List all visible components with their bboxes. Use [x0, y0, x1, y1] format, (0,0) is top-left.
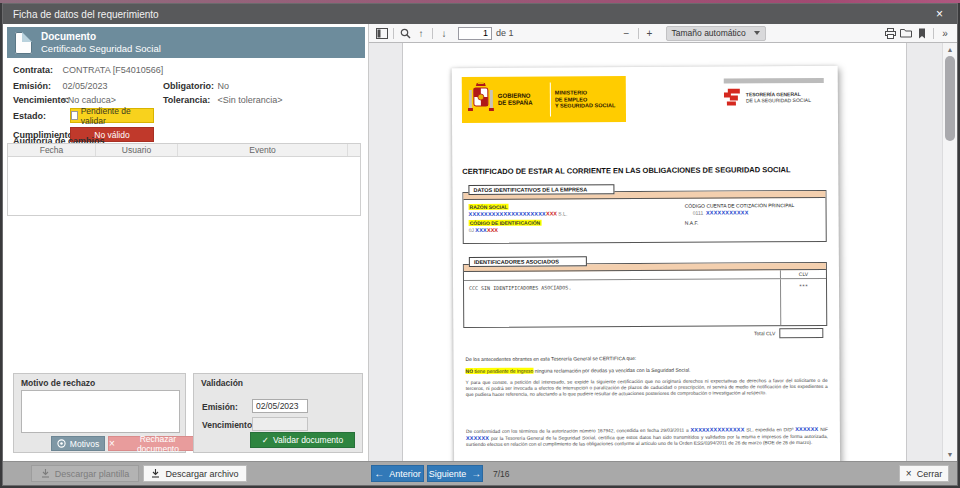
scrollbar-down-arrow[interactable]: ▼: [943, 449, 957, 460]
audit-col-usuario: Usuario: [96, 144, 178, 156]
x-icon: ×: [109, 439, 115, 449]
audit-col-evento: Evento: [178, 144, 348, 156]
pending-doc-icon: [71, 111, 78, 120]
close-icon[interactable]: ×: [932, 7, 947, 21]
target-icon: [57, 439, 66, 448]
download-icon: [151, 469, 160, 478]
print-icon[interactable]: [882, 26, 898, 41]
cerrar-button[interactable]: × Cerrar: [899, 465, 949, 482]
document-icon: [15, 32, 32, 54]
audit-col-scroll-gutter: [348, 144, 360, 156]
bookmark-icon[interactable]: [914, 26, 930, 41]
cert-paragraph-authorization: De conformidad con los términos de la au…: [466, 426, 828, 449]
total-clv-row: Total CLV: [463, 328, 827, 340]
footer-bar: Descargar plantilla Descargar archivo ← …: [3, 461, 957, 485]
clv-column-label: CLV: [780, 270, 826, 278]
razon-social-label: RAZÓN SOCIAL: [469, 204, 509, 210]
document-type: Documento: [41, 30, 161, 43]
scrollbar-thumb[interactable]: [945, 56, 955, 141]
contrata-value: CONTRATA [F54010566]: [63, 65, 164, 75]
pdf-viewer: ↑ ↓ de 1 − + Tamaño automático »: [369, 24, 957, 461]
cert-paragraph-intro: De los antecedentes obrantes en esta Tes…: [465, 354, 827, 363]
pdf-page: GOBIERNO DE ESPAÑA MINISTERIO DE EMPLEO …: [402, 43, 907, 461]
audit-table-header: Fecha Usuario Evento: [8, 144, 360, 157]
naf-label: N.A.F.: [685, 219, 822, 226]
field-emision: Emisión: 02/05/2023 Obligatorio: No: [13, 81, 360, 91]
field-tolerancia: Tolerancia: <Sin tolerancia>: [163, 95, 283, 105]
codigo-identificacion-label: CÓDIGO DE IDENTIFICACIÓN: [469, 220, 542, 226]
toolbar-separator: [933, 28, 934, 39]
tolerancia-value: <Sin tolerancia>: [218, 95, 283, 105]
certificate-scan: GOBIERNO DE ESPAÑA MINISTERIO DE EMPLEO …: [452, 66, 841, 461]
audit-col-fecha: Fecha: [8, 144, 96, 156]
table1-left-cell: RAZÓN SOCIAL XXXXXXXXXXXXXXXXXXXXXXX S.L…: [463, 199, 680, 238]
total-clv-box: [779, 328, 823, 338]
pdf-toolbar: ↑ ↓ de 1 − + Tamaño automático »: [369, 24, 957, 43]
empresa-table: RAZÓN SOCIAL XXXXXXXXXXXXXXXXXXXXXXX S.L…: [462, 190, 826, 244]
field-estado: Estado: Pendiente de validar: [13, 111, 360, 121]
validation-vencimiento-input: [252, 417, 308, 431]
table1-header-box: DATOS IDENTIFICATIVOS DE LA EMPRESA: [468, 184, 614, 195]
validation-group: Validación Emisión: Vencimiento: ✓ Valid…: [193, 373, 363, 453]
ccc-label: CÓDIGO CUENTA DE COTIZACIÓN PRINCIPAL: [685, 202, 822, 209]
vertical-scrollbar[interactable]: ▲ ▼: [942, 43, 957, 461]
ministerio-text: MINISTERIO DE EMPLEO Y SEGURIDAD SOCIAL: [555, 89, 616, 109]
field-vencimiento: Vencimiento: <No caduca> Tolerancia: <Si…: [13, 95, 360, 105]
page-down-icon[interactable]: ↓: [436, 26, 452, 41]
clv-value: ***: [780, 279, 826, 325]
gobierno-logo-block: GOBIERNO DE ESPAÑA MINISTERIO DE EMPLEO …: [462, 76, 626, 123]
rejection-group-title: Motivo de rechazo: [21, 378, 95, 388]
sidebar-toggle-icon[interactable]: [374, 26, 390, 41]
descargar-plantilla-button: Descargar plantilla: [31, 465, 139, 482]
search-icon[interactable]: [397, 26, 413, 41]
audit-table: Fecha Usuario Evento: [7, 143, 361, 216]
pdf-viewer-body: GOBIERNO DE ESPAÑA MINISTERIO DE EMPLEO …: [369, 43, 957, 461]
identificadores-table: CLV CCC SIN IDENTIFICADORES ASOCIADOS. *…: [463, 262, 827, 328]
cert-paragraph-legal: Y para que conste, a petición del intere…: [466, 378, 828, 399]
validation-emision-row: Emisión:: [202, 402, 238, 412]
total-clv-label: Total CLV: [754, 330, 775, 336]
field-contrata: Contrata: CONTRATA [F54010566]: [13, 65, 360, 75]
toolbar-separator: [638, 28, 639, 39]
validar-documento-button[interactable]: ✓ Validar documento: [250, 432, 355, 448]
tesoreria-logo-icon: [724, 88, 742, 106]
page-up-icon[interactable]: ↑: [413, 26, 429, 41]
arrow-left-icon: ←: [374, 469, 384, 479]
toolbar-separator: [432, 28, 433, 39]
spain-coat-of-arms-icon: [468, 82, 494, 118]
zoom-in-icon[interactable]: +: [642, 26, 658, 41]
gobierno-text: GOBIERNO DE ESPAÑA: [498, 93, 546, 107]
validation-emision-input[interactable]: [252, 399, 308, 413]
field-obligatorio: Obligatorio: No: [163, 81, 229, 91]
page-number-input[interactable]: [458, 27, 492, 40]
validation-group-title: Validación: [201, 378, 243, 388]
more-tools-icon[interactable]: »: [937, 26, 953, 41]
tesoreria-gray-bar: [724, 78, 824, 84]
certificate-title: CERTIFICADO DE ESTAR AL CORRIENTE EN LAS…: [462, 165, 790, 176]
descargar-archivo-button[interactable]: Descargar archivo: [143, 465, 247, 482]
rechazar-documento-button[interactable]: × Rechazar documento: [108, 436, 198, 451]
vencimiento-value: <No caduca>: [63, 95, 117, 105]
zoom-out-icon[interactable]: −: [619, 26, 635, 41]
requirement-dialog: Ficha de datos del requerimiento × Docum…: [2, 3, 958, 486]
rejection-reason-textarea[interactable]: [21, 390, 180, 433]
open-file-icon[interactable]: [898, 26, 914, 41]
siguiente-button[interactable]: Siguiente →: [427, 465, 483, 482]
obligatorio-value: No: [218, 81, 230, 91]
emision-value: 02/05/2023: [63, 81, 108, 91]
check-icon: ✓: [262, 435, 269, 445]
document-details-panel: Documento Certificado Seguridad Social C…: [3, 24, 369, 461]
anterior-button[interactable]: ← Anterior: [371, 465, 424, 482]
zoom-level-select[interactable]: Tamaño automático: [666, 26, 766, 41]
document-name: Certificado Seguridad Social: [41, 43, 161, 55]
download-icon: [41, 469, 50, 478]
page-count-label: de 1: [496, 28, 514, 38]
tesoreria-text: TESORERÍA GENERAL DE LA SEGURIDAD SOCIAL: [746, 91, 811, 103]
document-counter: 7/16: [493, 469, 510, 479]
motivos-button[interactable]: Motivos: [51, 436, 105, 451]
dialog-titlebar: Ficha de datos del requerimiento ×: [3, 4, 957, 24]
cert-paragraph-status: NO tiene pendiente de ingreso ninguna re…: [466, 366, 828, 375]
scrollbar-up-arrow[interactable]: ▲: [943, 44, 957, 55]
tesoreria-logo-block: TESORERÍA GENERAL DE LA SEGURIDAD SOCIAL: [724, 78, 824, 107]
chevron-down-icon: [754, 31, 760, 35]
